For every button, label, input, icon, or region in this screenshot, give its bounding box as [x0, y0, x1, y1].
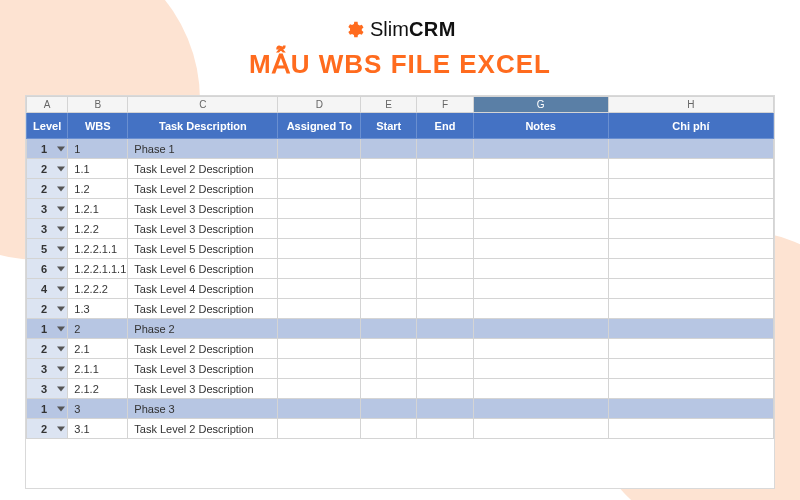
cell-cost[interactable] [608, 219, 773, 239]
column-letter[interactable]: D [278, 97, 361, 113]
cell-description[interactable]: Task Level 2 Description [128, 339, 278, 359]
table-row[interactable]: 12Phase 2 [27, 319, 774, 339]
cell-assigned[interactable] [278, 339, 361, 359]
cell-description[interactable]: Task Level 3 Description [128, 379, 278, 399]
cell-cost[interactable] [608, 399, 773, 419]
cell-cost[interactable] [608, 339, 773, 359]
cell-level[interactable]: 1 [27, 399, 68, 419]
cell-cost[interactable] [608, 299, 773, 319]
cell-notes[interactable] [473, 359, 608, 379]
cell-cost[interactable] [608, 419, 773, 439]
table-row[interactable]: 11Phase 1 [27, 139, 774, 159]
cell-end[interactable] [417, 199, 473, 219]
dropdown-caret-icon[interactable] [57, 406, 65, 411]
cell-start[interactable] [361, 399, 417, 419]
cell-cost[interactable] [608, 379, 773, 399]
cell-start[interactable] [361, 219, 417, 239]
cell-wbs[interactable]: 1.2.2 [68, 219, 128, 239]
cell-assigned[interactable] [278, 179, 361, 199]
cell-start[interactable] [361, 339, 417, 359]
cell-start[interactable] [361, 299, 417, 319]
cell-start[interactable] [361, 319, 417, 339]
cell-cost[interactable] [608, 239, 773, 259]
cell-wbs[interactable]: 1.3 [68, 299, 128, 319]
cell-level[interactable]: 2 [27, 339, 68, 359]
dropdown-caret-icon[interactable] [57, 166, 65, 171]
cell-end[interactable] [417, 179, 473, 199]
cell-level[interactable]: 2 [27, 179, 68, 199]
cell-assigned[interactable] [278, 139, 361, 159]
cell-level[interactable]: 1 [27, 139, 68, 159]
table-row[interactable]: 51.2.2.1.1Task Level 5 Description [27, 239, 774, 259]
cell-level[interactable]: 4 [27, 279, 68, 299]
cell-assigned[interactable] [278, 419, 361, 439]
cell-level[interactable]: 6 [27, 259, 68, 279]
cell-start[interactable] [361, 419, 417, 439]
cell-wbs[interactable]: 1.2 [68, 179, 128, 199]
cell-end[interactable] [417, 319, 473, 339]
cell-end[interactable] [417, 399, 473, 419]
dropdown-caret-icon[interactable] [57, 226, 65, 231]
cell-start[interactable] [361, 159, 417, 179]
cell-level[interactable]: 3 [27, 359, 68, 379]
cell-description[interactable]: Task Level 2 Description [128, 419, 278, 439]
cell-description[interactable]: Task Level 3 Description [128, 199, 278, 219]
cell-assigned[interactable] [278, 279, 361, 299]
cell-cost[interactable] [608, 319, 773, 339]
cell-assigned[interactable] [278, 319, 361, 339]
cell-description[interactable]: Task Level 4 Description [128, 279, 278, 299]
cell-level[interactable]: 3 [27, 219, 68, 239]
cell-notes[interactable] [473, 219, 608, 239]
dropdown-caret-icon[interactable] [57, 366, 65, 371]
header-notes[interactable]: Notes [473, 113, 608, 139]
cell-end[interactable] [417, 299, 473, 319]
cell-notes[interactable] [473, 399, 608, 419]
column-letter[interactable]: H [608, 97, 773, 113]
header-start[interactable]: Start [361, 113, 417, 139]
cell-notes[interactable] [473, 179, 608, 199]
cell-end[interactable] [417, 279, 473, 299]
cell-description[interactable]: Task Level 6 Description [128, 259, 278, 279]
cell-assigned[interactable] [278, 299, 361, 319]
column-letter[interactable]: B [68, 97, 128, 113]
cell-notes[interactable] [473, 339, 608, 359]
cell-level[interactable]: 3 [27, 379, 68, 399]
cell-assigned[interactable] [278, 359, 361, 379]
cell-end[interactable] [417, 419, 473, 439]
cell-description[interactable]: Task Level 3 Description [128, 359, 278, 379]
table-row[interactable]: 22.1Task Level 2 Description [27, 339, 774, 359]
cell-level[interactable]: 2 [27, 299, 68, 319]
cell-cost[interactable] [608, 199, 773, 219]
cell-cost[interactable] [608, 139, 773, 159]
cell-assigned[interactable] [278, 199, 361, 219]
cell-wbs[interactable]: 2 [68, 319, 128, 339]
cell-notes[interactable] [473, 319, 608, 339]
cell-notes[interactable] [473, 419, 608, 439]
cell-assigned[interactable] [278, 219, 361, 239]
cell-cost[interactable] [608, 159, 773, 179]
cell-notes[interactable] [473, 279, 608, 299]
spreadsheet[interactable]: ABCDEFGH Level WBS Task Description Assi… [26, 96, 774, 488]
cell-end[interactable] [417, 159, 473, 179]
cell-wbs[interactable]: 1.2.2.1.1 [68, 239, 128, 259]
cell-start[interactable] [361, 179, 417, 199]
cell-notes[interactable] [473, 199, 608, 219]
cell-level[interactable]: 5 [27, 239, 68, 259]
column-letter[interactable]: F [417, 97, 473, 113]
cell-level[interactable]: 2 [27, 159, 68, 179]
cell-description[interactable]: Task Level 2 Description [128, 179, 278, 199]
cell-notes[interactable] [473, 159, 608, 179]
cell-start[interactable] [361, 259, 417, 279]
table-row[interactable]: 32.1.2Task Level 3 Description [27, 379, 774, 399]
cell-start[interactable] [361, 239, 417, 259]
dropdown-caret-icon[interactable] [57, 206, 65, 211]
cell-assigned[interactable] [278, 379, 361, 399]
column-letter[interactable]: E [361, 97, 417, 113]
cell-end[interactable] [417, 139, 473, 159]
cell-cost[interactable] [608, 259, 773, 279]
cell-wbs[interactable]: 1.2.2.1.1.1 [68, 259, 128, 279]
cell-start[interactable] [361, 359, 417, 379]
dropdown-caret-icon[interactable] [57, 386, 65, 391]
cell-end[interactable] [417, 239, 473, 259]
cell-notes[interactable] [473, 379, 608, 399]
